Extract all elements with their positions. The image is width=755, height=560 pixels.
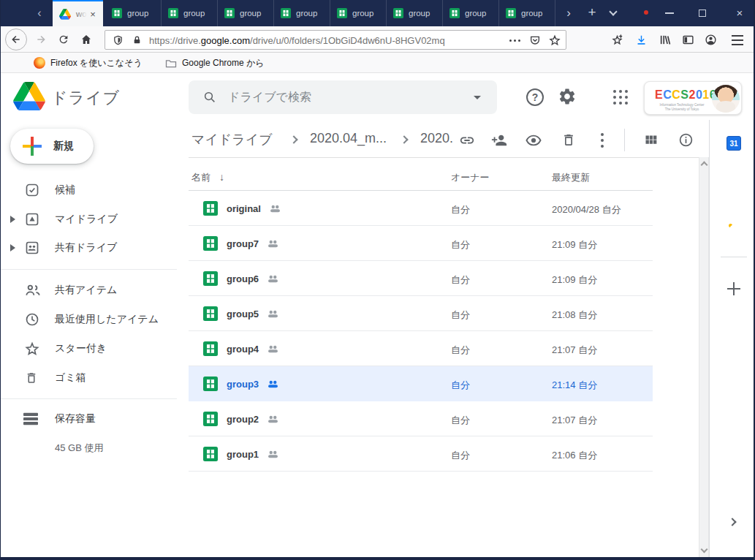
- scroll-up-icon[interactable]: [701, 162, 708, 169]
- clock-icon: [25, 312, 39, 327]
- pocket-icon[interactable]: [529, 34, 541, 46]
- expand-arrow-icon[interactable]: [10, 216, 15, 223]
- tab-close-icon[interactable]: ×: [87, 9, 99, 20]
- sidebar-item-shared-with-me[interactable]: 共有アイテム: [0, 276, 177, 305]
- calendar-panel-button[interactable]: 31: [726, 136, 741, 151]
- file-row-group7[interactable]: group7 自分 21:09 自分: [189, 226, 653, 261]
- back-button[interactable]: [5, 29, 27, 50]
- sheets-favicon: [506, 8, 516, 18]
- tab-group-6[interactable]: group: [387, 0, 443, 26]
- minimize-button[interactable]: [665, 12, 674, 14]
- shared-people-icon: [268, 310, 278, 318]
- bookmark-item-firefox[interactable]: Firefox を使いこなそう: [34, 53, 143, 73]
- scroll-down-icon[interactable]: [701, 546, 708, 553]
- sidebar-item-my-drive[interactable]: マイドライブ: [0, 205, 177, 234]
- tab-scroll-left-button[interactable]: ‹: [32, 6, 47, 20]
- window-close-button[interactable]: ×: [733, 7, 746, 20]
- file-owner: 自分: [451, 379, 470, 392]
- search-icon[interactable]: [203, 91, 216, 104]
- tab-active-drive[interactable]: wo ×: [53, 0, 103, 26]
- file-row-group1[interactable]: group1 自分 21:06 自分: [189, 436, 653, 472]
- settings-button[interactable]: [558, 87, 577, 106]
- forward-button[interactable]: [35, 34, 47, 45]
- file-row-original[interactable]: original 自分 2020/04/28 自分: [189, 191, 653, 226]
- shared-drives-icon: [25, 241, 39, 255]
- sidebar-item-starred[interactable]: スター付き: [0, 334, 177, 363]
- library-icon[interactable]: [659, 34, 671, 46]
- file-row-group6[interactable]: group6 自分 21:09 自分: [189, 261, 653, 296]
- apps-grid-icon: [612, 88, 629, 106]
- share-button[interactable]: [491, 132, 507, 148]
- remove-button[interactable]: [561, 132, 576, 148]
- sidebar-item-recent[interactable]: 最近使用したアイテム: [0, 305, 177, 334]
- drive-logo[interactable]: [13, 82, 45, 110]
- toolbar-border: [189, 157, 699, 158]
- vertical-scrollbar[interactable]: [699, 157, 709, 557]
- address-bar[interactable]: https://drive.google.com/drive/u/0/folde…: [105, 30, 566, 50]
- google-apps-button[interactable]: [612, 88, 629, 106]
- sheets-file-icon: [203, 236, 218, 251]
- expand-arrow-icon[interactable]: [10, 244, 15, 251]
- tab-list-dropdown-icon[interactable]: [609, 7, 617, 15]
- more-actions-icon[interactable]: [601, 133, 604, 148]
- search-box[interactable]: [189, 80, 497, 114]
- home-button[interactable]: [80, 34, 92, 45]
- breadcrumb-item-my-drive[interactable]: マイドライブ: [191, 131, 273, 148]
- tab-title: group: [296, 9, 317, 18]
- column-header-owner[interactable]: オーナー: [451, 171, 490, 184]
- maximize-button[interactable]: [699, 10, 706, 17]
- file-row-group4[interactable]: group4 自分 21:07 自分: [189, 331, 653, 366]
- tab-group-4[interactable]: group: [274, 0, 330, 26]
- grid-view-button[interactable]: [643, 132, 659, 148]
- tab-group-8[interactable]: group: [499, 0, 555, 26]
- reload-button[interactable]: [58, 34, 69, 45]
- tab-scroll-right-button[interactable]: ›: [561, 5, 576, 21]
- sidebar-item-priority[interactable]: 候補: [0, 175, 177, 205]
- new-button[interactable]: 新規: [10, 129, 94, 164]
- column-header-name[interactable]: 名前: [191, 171, 210, 184]
- file-name: group3: [227, 379, 259, 390]
- sidebar-item-shared-drives[interactable]: 共有ドライブ: [0, 233, 177, 262]
- breadcrumb-item-folder[interactable]: 2020.04_m...: [310, 131, 387, 146]
- help-button[interactable]: [525, 87, 545, 107]
- column-header-modified[interactable]: 最終更新: [552, 171, 590, 184]
- tab-group-7[interactable]: group: [443, 0, 499, 26]
- account-icon[interactable]: [705, 34, 717, 46]
- shared-people-icon: [268, 380, 278, 388]
- search-options-dropdown-icon[interactable]: [474, 96, 481, 99]
- bookmark-folder-chrome[interactable]: Google Chrome から: [165, 53, 265, 73]
- account-card[interactable]: ECCS2016 Information Technology Center T…: [644, 81, 742, 115]
- new-tab-button[interactable]: +: [584, 4, 600, 20]
- sidebar-item-trash[interactable]: ゴミ箱: [0, 363, 177, 393]
- sidebars-icon[interactable]: [682, 34, 694, 46]
- collapse-panel-button[interactable]: [729, 519, 735, 525]
- bookmark-star-icon[interactable]: [549, 34, 561, 46]
- preview-button[interactable]: [526, 134, 542, 147]
- file-owner: 自分: [451, 203, 470, 216]
- sort-descending-icon[interactable]: ↓: [219, 171, 224, 183]
- info-icon: [678, 132, 694, 148]
- file-row-group2[interactable]: group2 自分 21:07 自分: [189, 401, 653, 436]
- breadcrumb-item-current[interactable]: 2020.: [420, 131, 453, 146]
- info-button[interactable]: [678, 132, 694, 148]
- menu-hamburger-icon[interactable]: [732, 35, 743, 45]
- tab-title: group: [352, 9, 373, 18]
- file-row-group3-selected[interactable]: group3 自分 21:14 自分: [189, 366, 653, 401]
- page-actions-icon[interactable]: [509, 39, 520, 42]
- forward-arrow-icon: [35, 34, 47, 45]
- avatar[interactable]: [712, 85, 740, 113]
- brand-subtitle-2: The University of Tokyo: [649, 107, 715, 111]
- tab-group-3[interactable]: group: [218, 0, 274, 26]
- tab-group-5[interactable]: group: [330, 0, 387, 26]
- tab-group-2[interactable]: group: [162, 0, 218, 26]
- get-link-button[interactable]: [459, 132, 475, 148]
- bookmarks-menu-icon[interactable]: [611, 34, 623, 46]
- tab-group-1[interactable]: group: [105, 0, 162, 26]
- search-input[interactable]: [227, 80, 468, 114]
- gear-icon: [558, 87, 577, 106]
- sidebar-item-storage[interactable]: 保存容量: [0, 404, 177, 434]
- downloads-icon[interactable]: [635, 34, 648, 46]
- file-row-group5[interactable]: group5 自分 21:08 自分: [189, 296, 653, 331]
- tracking-shield-icon[interactable]: [113, 34, 124, 46]
- storage-used-label: 45 GB 使用: [55, 442, 103, 455]
